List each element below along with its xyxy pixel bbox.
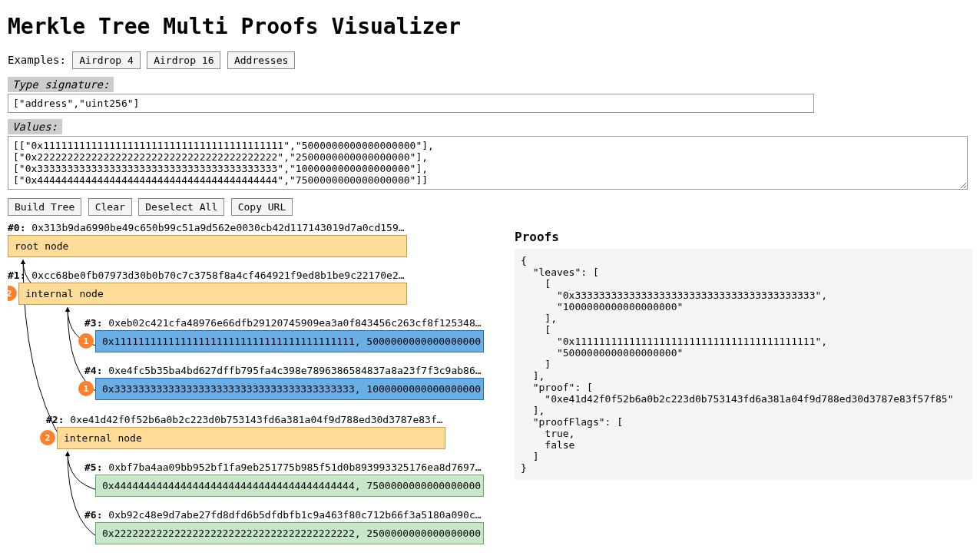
examples-row: Examples: Airdrop 4 Airdrop 16 Addresses bbox=[8, 51, 972, 69]
build-tree-button[interactable]: Build Tree bbox=[8, 198, 81, 216]
example-airdrop-4-button[interactable]: Airdrop 4 bbox=[72, 51, 140, 69]
node-6: #6: 0xb92c48e9d7abe27fd8dfd6b5dfdbfb1c9a… bbox=[84, 509, 492, 544]
node-1: #1: 0xcc68be0fb07973d30b0b70c7c3758f8a4c… bbox=[8, 270, 415, 305]
node-4-badge: 1 bbox=[78, 381, 94, 396]
type-signature-section: Type signature: bbox=[8, 77, 972, 113]
example-airdrop-16-button[interactable]: Airdrop 16 bbox=[147, 51, 220, 69]
action-row: Build Tree Clear Deselect All Copy URL bbox=[8, 198, 972, 216]
example-addresses-button[interactable]: Addresses bbox=[227, 51, 295, 69]
node-1-hash: #1: 0xcc68be0fb07973d30b0b70c7c3758f8a4c… bbox=[8, 270, 415, 281]
type-signature-label: Type signature: bbox=[8, 77, 114, 92]
node-0-hash: #0: 0x313b9da6990be49c650b99c51a9d562e00… bbox=[8, 222, 415, 233]
proofs-json: { "leaves": [ [ "0x333333333333333333333… bbox=[515, 249, 972, 480]
values-textarea[interactable] bbox=[8, 136, 968, 190]
page-title: Merkle Tree Multi Proofs Visualizer bbox=[8, 14, 972, 39]
node-1-box[interactable]: internal node bbox=[18, 283, 407, 305]
node-2: #2: 0xe41d42f0f52b6a0b2c223d0b753143fd6a… bbox=[46, 414, 453, 449]
values-label: Values: bbox=[8, 119, 62, 134]
node-3-hash: #3: 0xeb02c421cfa48976e66dfb29120745909e… bbox=[84, 317, 492, 329]
values-section: Values: bbox=[8, 119, 972, 192]
tree-column: #0: 0x313b9da6990be49c650b99c51a9d562e00… bbox=[8, 222, 492, 552]
node-2-box[interactable]: internal node bbox=[57, 427, 445, 449]
node-5-hash: #5: 0xbf7ba4aa09bb952bf1fa9eb251775b985f… bbox=[84, 461, 492, 473]
node-6-hash: #6: 0xb92c48e9d7abe27fd8dfd6b5dfdbfb1c9a… bbox=[84, 509, 492, 521]
node-4-box[interactable]: 0x33333333333333333333333333333333333333… bbox=[95, 378, 484, 400]
node-5-box[interactable]: 0x44444444444444444444444444444444444444… bbox=[95, 475, 484, 497]
deselect-all-button[interactable]: Deselect All bbox=[138, 198, 224, 216]
node-3: #3: 0xeb02c421cfa48976e66dfb29120745909e… bbox=[84, 317, 492, 352]
node-0: #0: 0x313b9da6990be49c650b99c51a9d562e00… bbox=[8, 222, 415, 257]
node-6-box[interactable]: 0x22222222222222222222222222222222222222… bbox=[95, 522, 484, 544]
type-signature-input[interactable] bbox=[8, 94, 814, 113]
node-0-box[interactable]: root node bbox=[8, 235, 407, 257]
node-2-hash: #2: 0xe41d42f0f52b6a0b2c223d0b753143fd6a… bbox=[46, 414, 453, 425]
examples-label: Examples: bbox=[8, 54, 66, 66]
copy-url-button[interactable]: Copy URL bbox=[231, 198, 293, 216]
node-3-badge: 1 bbox=[78, 333, 94, 349]
node-4-hash: #4: 0xe4fc5b35ba4bd627dffb795fa4c398e789… bbox=[84, 365, 492, 376]
node-3-box[interactable]: 0x11111111111111111111111111111111111111… bbox=[95, 330, 484, 352]
node-4: #4: 0xe4fc5b35ba4bd627dffb795fa4c398e789… bbox=[84, 365, 492, 400]
node-5: #5: 0xbf7ba4aa09bb952bf1fa9eb251775b985f… bbox=[84, 461, 492, 497]
proofs-column: Proofs { "leaves": [ [ "0x33333333333333… bbox=[515, 222, 972, 480]
node-1-badge: 2 bbox=[8, 286, 17, 301]
proofs-heading: Proofs bbox=[515, 230, 972, 244]
node-2-badge: 2 bbox=[40, 430, 55, 445]
clear-button[interactable]: Clear bbox=[88, 198, 132, 216]
